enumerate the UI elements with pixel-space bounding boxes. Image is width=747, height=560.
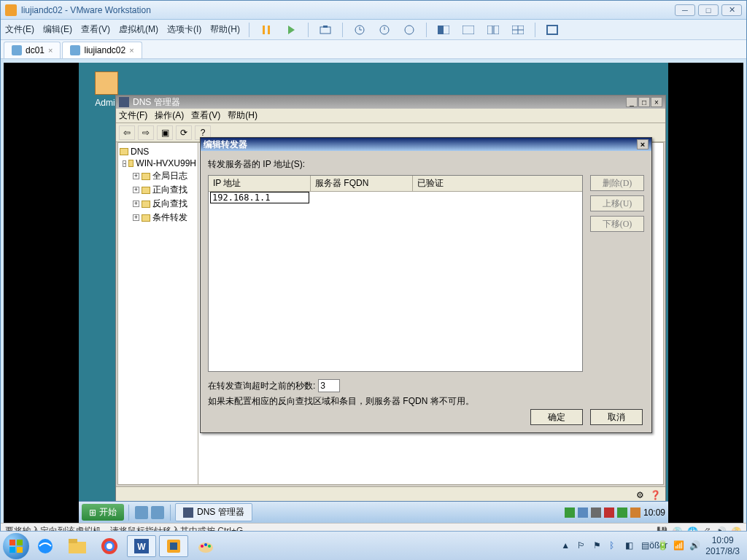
screen2-icon[interactable] [460, 23, 476, 37]
expand-icon[interactable]: + [133, 201, 139, 207]
toolbar-forward-icon[interactable]: ⇨ [138, 125, 154, 140]
move-down-button[interactable]: 下移(O) [590, 216, 644, 232]
tree-item-reverse[interactable]: +反向查找 [120, 197, 196, 211]
toolbar-up-icon[interactable]: ▣ [157, 125, 173, 140]
tab-close-icon[interactable]: × [129, 46, 133, 55]
cancel-button[interactable]: 取消 [590, 409, 643, 425]
snapshot-icon[interactable] [317, 23, 333, 37]
tray-icon[interactable] [578, 508, 588, 518]
menu-vm[interactable]: 虚拟机(M) [119, 23, 158, 36]
tab-liujiandc02[interactable]: liujiandc02 × [62, 42, 142, 58]
menu-tabs[interactable]: 选项卡(I) [167, 23, 201, 36]
tree-root[interactable]: DNS [120, 146, 196, 158]
tray-icon[interactable] [617, 508, 627, 518]
dns-app-icon [183, 508, 193, 518]
screen1-icon[interactable] [436, 23, 452, 37]
ip-list-label: 转发服务器的 IP 地址(S): [208, 158, 644, 171]
dns-statusbar: ⚙ ❓ [116, 486, 665, 502]
tab-dc01[interactable]: dc01 × [4, 42, 61, 58]
timeout-input[interactable] [318, 379, 340, 392]
tab-close-icon[interactable]: × [48, 46, 53, 55]
vmware-titlebar[interactable]: liujiandc02 - VMware Workstation ─ □ ✕ [1, 1, 746, 20]
dns-menu-file[interactable]: 文件(F) [119, 109, 147, 122]
tray-bluetooth-icon[interactable]: ᛒ [609, 540, 621, 552]
tree-item-forward[interactable]: +正向查找 [120, 183, 196, 197]
taskbar-ie-icon[interactable] [31, 535, 60, 557]
minimize-button[interactable]: ─ [675, 4, 695, 16]
dns-menu-view[interactable]: 查看(V) [191, 109, 220, 122]
taskbar-explorer-icon[interactable] [63, 535, 92, 557]
tray-icon[interactable] [604, 508, 614, 518]
menu-help[interactable]: 帮助(H) [210, 23, 240, 36]
tray-volume-icon[interactable]: 🔊 [689, 540, 701, 552]
expand-icon[interactable]: + [133, 173, 139, 179]
help-icon[interactable]: ❓ [650, 490, 661, 500]
menu-view[interactable]: 查看(V) [81, 23, 110, 36]
tree-item-conditional[interactable]: +条件转发 [120, 211, 196, 225]
expand-icon[interactable]: + [133, 187, 139, 193]
tree-server[interactable]: -WIN-HVXU99H [120, 158, 196, 169]
dns-app-icon [119, 97, 129, 107]
col-verified[interactable]: 已验证 [413, 176, 582, 191]
play-icon[interactable] [283, 23, 299, 37]
taskbar-chrome-icon[interactable] [95, 535, 124, 557]
col-fqdn[interactable]: 服务器 FQDN [311, 176, 413, 191]
menu-edit[interactable]: 编辑(E) [43, 23, 72, 36]
close-button[interactable]: × [651, 97, 662, 107]
taskbar-paint-icon[interactable] [191, 535, 220, 557]
move-up-button[interactable]: 上移(U) [590, 195, 644, 211]
taskbar-vmware-icon[interactable] [159, 535, 188, 557]
tray-icon[interactable] [565, 508, 575, 518]
dns-menu-help[interactable]: 帮助(H) [228, 109, 258, 122]
close-button[interactable]: ✕ [721, 4, 742, 16]
tree-item-logs[interactable]: +全局日志 [120, 169, 196, 183]
tray-icon[interactable]: ▤ößer [641, 540, 653, 552]
tray-icon[interactable] [630, 508, 640, 518]
maximize-button[interactable]: □ [638, 97, 650, 107]
table-row[interactable] [209, 192, 582, 203]
table-header: IP 地址 服务器 FQDN 已验证 [209, 176, 582, 192]
col-ip[interactable]: IP 地址 [209, 176, 311, 191]
forwarder-titlebar[interactable]: 编辑转发器 × [201, 138, 651, 151]
dns-titlebar[interactable]: DNS 管理器 _ □ × [116, 96, 665, 109]
tray-battery-icon[interactable]: 🔋 [657, 540, 669, 552]
close-button[interactable]: × [637, 139, 649, 149]
guest-desktop[interactable]: Admir DNS 管理器 _ □ × 文件(F) 操作(A) 查看(V) [79, 63, 668, 523]
toolbar-refresh-icon[interactable]: ⟳ [176, 125, 192, 140]
toolbar-back-icon[interactable]: ⇦ [119, 125, 135, 140]
start-button[interactable]: ⊞ 开始 [82, 504, 124, 521]
tray-up-icon[interactable]: ▲ [561, 540, 573, 552]
quicklaunch-icon[interactable] [135, 506, 148, 519]
ok-button[interactable]: 确定 [530, 409, 583, 425]
maximize-button[interactable]: □ [698, 4, 719, 16]
clock2-icon[interactable] [376, 23, 392, 37]
ip-address-input[interactable] [210, 192, 309, 203]
windows-logo-icon: ⊞ [89, 508, 96, 518]
quicklaunch-icon[interactable] [151, 506, 164, 519]
menu-file[interactable]: 文件(E) [5, 23, 34, 36]
expand-icon[interactable]: + [133, 214, 139, 221]
minimize-button[interactable]: _ [626, 97, 638, 107]
dns-menu-action[interactable]: 操作(A) [155, 109, 184, 122]
tray-icon[interactable]: ◧ [625, 540, 637, 552]
collapse-icon[interactable]: - [123, 160, 126, 167]
tray-network-icon[interactable]: 📶 [673, 540, 685, 552]
fullscreen-icon[interactable] [544, 23, 560, 37]
delete-button[interactable]: 删除(D) [590, 175, 644, 191]
guest-clock[interactable]: 10:09 [643, 508, 665, 518]
pause-icon[interactable] [258, 23, 274, 37]
forwarder-bottom: 在转发查询超时之前的秒数: 如果未配置相应的反向查找区域和条目，则服务器 FQD… [208, 379, 644, 408]
taskbar-word-icon[interactable]: W [127, 535, 156, 557]
tray-action-icon[interactable]: ⚑ [593, 540, 605, 552]
tray-flag-icon[interactable]: 🏳 [577, 540, 589, 552]
start-orb[interactable] [3, 533, 29, 559]
host-clock[interactable]: 10:09 2017/8/3 [705, 535, 740, 556]
screen4-icon[interactable] [510, 23, 526, 37]
tray-icon[interactable] [591, 508, 601, 518]
taskbar-item-dns[interactable]: DNS 管理器 [175, 503, 252, 521]
svg-point-35 [201, 545, 204, 548]
clock1-icon[interactable] [352, 23, 368, 37]
screen3-icon[interactable] [485, 23, 501, 37]
dns-tree[interactable]: DNS -WIN-HVXU99H +全局日志 +正向查找 +反向查找 +条件转发 [118, 143, 198, 484]
clock3-icon[interactable] [401, 23, 417, 37]
